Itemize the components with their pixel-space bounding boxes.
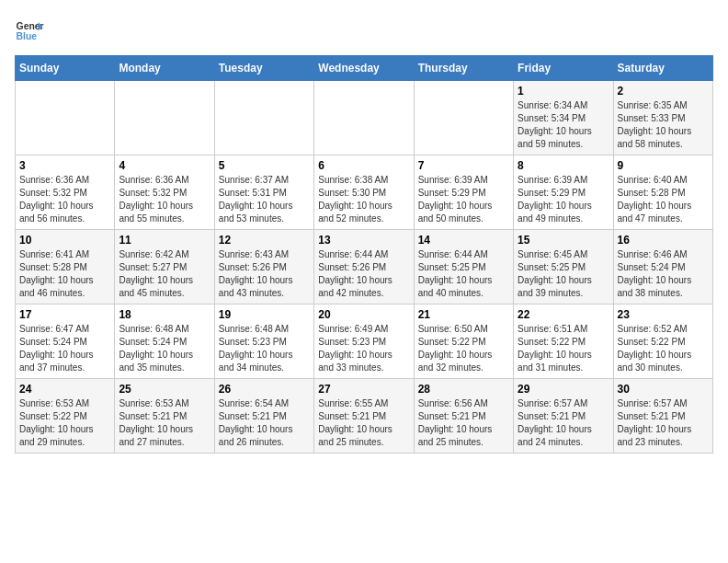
header-thursday: Thursday bbox=[414, 56, 513, 81]
day-info: Sunrise: 6:57 AMSunset: 5:21 PMDaylight:… bbox=[518, 397, 609, 449]
day-cell: 16Sunrise: 6:46 AMSunset: 5:24 PMDayligh… bbox=[613, 230, 712, 304]
day-cell: 1Sunrise: 6:34 AMSunset: 5:34 PMDaylight… bbox=[514, 81, 613, 155]
week-row-3: 10Sunrise: 6:41 AMSunset: 5:28 PMDayligh… bbox=[16, 230, 713, 304]
day-number: 9 bbox=[618, 159, 709, 172]
day-number: 15 bbox=[518, 234, 609, 247]
day-cell: 21Sunrise: 6:50 AMSunset: 5:22 PMDayligh… bbox=[414, 304, 513, 379]
day-number: 6 bbox=[318, 159, 409, 172]
day-cell: 25Sunrise: 6:53 AMSunset: 5:21 PMDayligh… bbox=[115, 379, 214, 454]
day-number: 8 bbox=[518, 159, 609, 172]
day-info: Sunrise: 6:40 AMSunset: 5:28 PMDaylight:… bbox=[618, 174, 709, 225]
day-info: Sunrise: 6:51 AMSunset: 5:22 PMDaylight:… bbox=[518, 323, 609, 374]
day-cell: 3Sunrise: 6:36 AMSunset: 5:32 PMDaylight… bbox=[16, 155, 115, 230]
day-info: Sunrise: 6:54 AMSunset: 5:21 PMDaylight:… bbox=[219, 397, 310, 449]
day-info: Sunrise: 6:53 AMSunset: 5:22 PMDaylight:… bbox=[19, 397, 110, 449]
day-cell: 17Sunrise: 6:47 AMSunset: 5:24 PMDayligh… bbox=[16, 304, 115, 379]
header-sunday: Sunday bbox=[16, 56, 115, 81]
day-number: 30 bbox=[618, 383, 709, 396]
day-number: 11 bbox=[119, 234, 210, 247]
page-header: General Blue bbox=[15, 15, 713, 44]
day-number: 23 bbox=[618, 308, 709, 321]
day-info: Sunrise: 6:45 AMSunset: 5:25 PMDaylight:… bbox=[518, 248, 609, 300]
day-info: Sunrise: 6:48 AMSunset: 5:23 PMDaylight:… bbox=[219, 323, 310, 374]
day-cell: 5Sunrise: 6:37 AMSunset: 5:31 PMDaylight… bbox=[214, 155, 313, 230]
day-number: 5 bbox=[219, 159, 310, 172]
day-cell: 12Sunrise: 6:43 AMSunset: 5:26 PMDayligh… bbox=[214, 230, 313, 304]
day-number: 1 bbox=[518, 85, 609, 98]
day-cell: 6Sunrise: 6:38 AMSunset: 5:30 PMDaylight… bbox=[314, 155, 414, 230]
day-cell: 15Sunrise: 6:45 AMSunset: 5:25 PMDayligh… bbox=[514, 230, 613, 304]
day-number: 14 bbox=[418, 234, 509, 247]
day-cell bbox=[414, 81, 513, 155]
day-number: 29 bbox=[518, 383, 609, 396]
day-number: 4 bbox=[119, 159, 210, 172]
day-number: 2 bbox=[618, 85, 709, 98]
day-number: 12 bbox=[219, 234, 310, 247]
day-cell: 14Sunrise: 6:44 AMSunset: 5:25 PMDayligh… bbox=[414, 230, 513, 304]
day-number: 10 bbox=[19, 234, 110, 247]
calendar-header-row: SundayMondayTuesdayWednesdayThursdayFrid… bbox=[16, 56, 713, 81]
day-info: Sunrise: 6:43 AMSunset: 5:26 PMDaylight:… bbox=[219, 248, 310, 300]
day-cell: 27Sunrise: 6:55 AMSunset: 5:21 PMDayligh… bbox=[314, 379, 414, 454]
header-tuesday: Tuesday bbox=[214, 56, 313, 81]
week-row-2: 3Sunrise: 6:36 AMSunset: 5:32 PMDaylight… bbox=[16, 155, 713, 230]
day-cell: 24Sunrise: 6:53 AMSunset: 5:22 PMDayligh… bbox=[16, 379, 115, 454]
day-info: Sunrise: 6:50 AMSunset: 5:22 PMDaylight:… bbox=[418, 323, 509, 374]
day-number: 25 bbox=[119, 383, 210, 396]
day-number: 3 bbox=[19, 159, 110, 172]
day-number: 7 bbox=[418, 159, 509, 172]
day-number: 27 bbox=[318, 383, 409, 396]
day-cell bbox=[115, 81, 214, 155]
day-info: Sunrise: 6:39 AMSunset: 5:29 PMDaylight:… bbox=[518, 174, 609, 225]
day-info: Sunrise: 6:37 AMSunset: 5:31 PMDaylight:… bbox=[219, 174, 310, 225]
day-number: 16 bbox=[618, 234, 709, 247]
day-cell: 9Sunrise: 6:40 AMSunset: 5:28 PMDaylight… bbox=[613, 155, 712, 230]
week-row-5: 24Sunrise: 6:53 AMSunset: 5:22 PMDayligh… bbox=[16, 379, 713, 454]
calendar-table: SundayMondayTuesdayWednesdayThursdayFrid… bbox=[15, 55, 713, 454]
day-cell: 22Sunrise: 6:51 AMSunset: 5:22 PMDayligh… bbox=[514, 304, 613, 379]
day-cell: 23Sunrise: 6:52 AMSunset: 5:22 PMDayligh… bbox=[613, 304, 712, 379]
day-info: Sunrise: 6:36 AMSunset: 5:32 PMDaylight:… bbox=[119, 174, 210, 225]
day-info: Sunrise: 6:56 AMSunset: 5:21 PMDaylight:… bbox=[418, 397, 509, 449]
day-info: Sunrise: 6:57 AMSunset: 5:21 PMDaylight:… bbox=[618, 397, 709, 449]
day-cell: 4Sunrise: 6:36 AMSunset: 5:32 PMDaylight… bbox=[115, 155, 214, 230]
day-number: 22 bbox=[518, 308, 609, 321]
day-info: Sunrise: 6:53 AMSunset: 5:21 PMDaylight:… bbox=[119, 397, 210, 449]
logo: General Blue bbox=[15, 15, 44, 44]
week-row-1: 1Sunrise: 6:34 AMSunset: 5:34 PMDaylight… bbox=[16, 81, 713, 155]
day-cell: 8Sunrise: 6:39 AMSunset: 5:29 PMDaylight… bbox=[514, 155, 613, 230]
day-info: Sunrise: 6:36 AMSunset: 5:32 PMDaylight:… bbox=[19, 174, 110, 225]
logo-icon: General Blue bbox=[15, 15, 44, 44]
day-cell: 30Sunrise: 6:57 AMSunset: 5:21 PMDayligh… bbox=[613, 379, 712, 454]
day-cell: 20Sunrise: 6:49 AMSunset: 5:23 PMDayligh… bbox=[314, 304, 414, 379]
day-info: Sunrise: 6:44 AMSunset: 5:26 PMDaylight:… bbox=[318, 248, 409, 300]
header-monday: Monday bbox=[115, 56, 214, 81]
day-number: 20 bbox=[318, 308, 409, 321]
day-info: Sunrise: 6:42 AMSunset: 5:27 PMDaylight:… bbox=[119, 248, 210, 300]
day-info: Sunrise: 6:35 AMSunset: 5:33 PMDaylight:… bbox=[618, 99, 709, 151]
day-info: Sunrise: 6:52 AMSunset: 5:22 PMDaylight:… bbox=[618, 323, 709, 374]
day-info: Sunrise: 6:47 AMSunset: 5:24 PMDaylight:… bbox=[19, 323, 110, 374]
day-cell: 13Sunrise: 6:44 AMSunset: 5:26 PMDayligh… bbox=[314, 230, 414, 304]
day-number: 26 bbox=[219, 383, 310, 396]
day-number: 24 bbox=[19, 383, 110, 396]
day-cell: 29Sunrise: 6:57 AMSunset: 5:21 PMDayligh… bbox=[514, 379, 613, 454]
day-number: 19 bbox=[219, 308, 310, 321]
day-number: 18 bbox=[119, 308, 210, 321]
svg-text:Blue: Blue bbox=[17, 31, 38, 41]
header-wednesday: Wednesday bbox=[314, 56, 414, 81]
day-info: Sunrise: 6:49 AMSunset: 5:23 PMDaylight:… bbox=[318, 323, 409, 374]
day-info: Sunrise: 6:39 AMSunset: 5:29 PMDaylight:… bbox=[418, 174, 509, 225]
day-info: Sunrise: 6:55 AMSunset: 5:21 PMDaylight:… bbox=[318, 397, 409, 449]
day-number: 21 bbox=[418, 308, 509, 321]
day-info: Sunrise: 6:38 AMSunset: 5:30 PMDaylight:… bbox=[318, 174, 409, 225]
day-cell: 10Sunrise: 6:41 AMSunset: 5:28 PMDayligh… bbox=[16, 230, 115, 304]
day-cell: 19Sunrise: 6:48 AMSunset: 5:23 PMDayligh… bbox=[214, 304, 313, 379]
day-info: Sunrise: 6:48 AMSunset: 5:24 PMDaylight:… bbox=[119, 323, 210, 374]
day-info: Sunrise: 6:46 AMSunset: 5:24 PMDaylight:… bbox=[618, 248, 709, 300]
day-cell: 7Sunrise: 6:39 AMSunset: 5:29 PMDaylight… bbox=[414, 155, 513, 230]
day-info: Sunrise: 6:41 AMSunset: 5:28 PMDaylight:… bbox=[19, 248, 110, 300]
week-row-4: 17Sunrise: 6:47 AMSunset: 5:24 PMDayligh… bbox=[16, 304, 713, 379]
day-number: 13 bbox=[318, 234, 409, 247]
day-cell: 18Sunrise: 6:48 AMSunset: 5:24 PMDayligh… bbox=[115, 304, 214, 379]
